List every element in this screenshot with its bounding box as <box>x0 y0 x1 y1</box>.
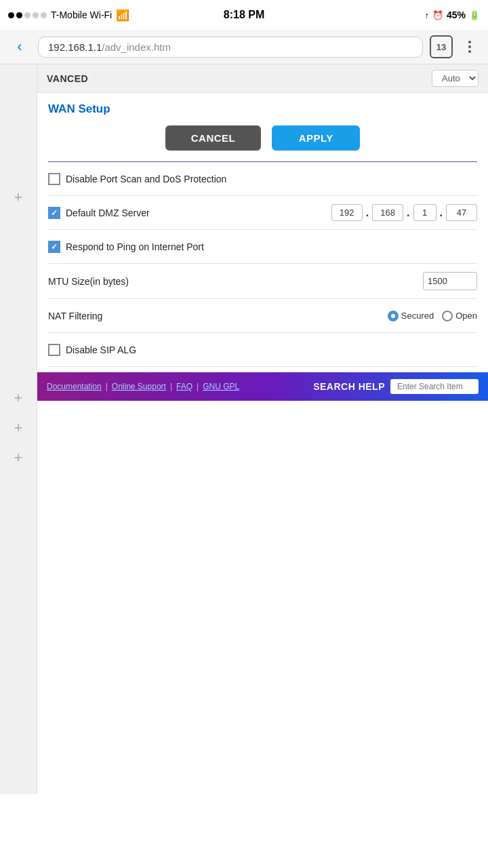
page-wrapper: + + + + VANCED Auto WAN Setup CANCEL APP… <box>0 64 488 794</box>
nat-open-radio[interactable] <box>442 311 453 321</box>
auto-select[interactable]: Auto <box>432 70 479 87</box>
footer-links: Documentation | Online Support | FAQ | G… <box>47 382 239 391</box>
battery-icon: 🔋 <box>469 10 480 20</box>
url-base: 192.168.1.1 <box>48 41 102 53</box>
ip-dot-2: . <box>407 207 409 219</box>
signal-dot-4 <box>33 12 39 18</box>
battery-percent: 45% <box>447 9 466 20</box>
nat-secured-radio[interactable] <box>388 311 399 321</box>
top-bar: VANCED Auto <box>37 64 488 93</box>
empty-area <box>37 401 488 794</box>
gnugpl-link[interactable]: GNU GPL <box>203 382 239 391</box>
back-button[interactable]: ‹ <box>8 35 31 58</box>
wan-setup: WAN Setup CANCEL APPLY Disable Port Scan… <box>37 93 488 367</box>
form-row-ping: Respond to Ping on Internet Port <box>48 230 477 264</box>
faq-link[interactable]: FAQ <box>176 382 192 391</box>
signal-dot-2 <box>16 12 22 18</box>
ping-label[interactable]: Respond to Ping on Internet Port <box>48 241 477 253</box>
signal-dot-1 <box>8 12 14 18</box>
advanced-label: VANCED <box>47 73 88 84</box>
search-help-input[interactable] <box>390 379 479 394</box>
alarm-icon: ⏰ <box>432 10 443 20</box>
dmz-ip2-input[interactable] <box>372 204 403 221</box>
main-content: VANCED Auto WAN Setup CANCEL APPLY Disab… <box>37 64 488 794</box>
status-left: T-Mobile Wi-Fi 📶 <box>8 9 129 22</box>
sidebar-plus-3[interactable]: + <box>7 417 29 439</box>
ping-checkbox[interactable] <box>48 241 60 253</box>
footer-right: SEARCH HELP <box>313 379 479 394</box>
nat-open-item[interactable]: Open <box>442 311 477 321</box>
form-row-disable-port-scan: Disable Port Scan and DoS Protection <box>48 162 477 196</box>
disable-port-scan-label[interactable]: Disable Port Scan and DoS Protection <box>48 173 477 185</box>
status-right: ↑ ⏰ 45% 🔋 <box>424 9 480 20</box>
nat-secured-item[interactable]: Secured <box>388 311 434 321</box>
disable-port-scan-checkbox[interactable] <box>48 173 60 185</box>
url-bar[interactable]: 192.168.1.1/adv_index.htm <box>38 37 423 58</box>
nat-open-label: Open <box>455 311 477 321</box>
nat-radio-group: Secured Open <box>388 311 477 321</box>
dmz-ip1-input[interactable] <box>331 204 363 221</box>
more-button[interactable] <box>460 35 480 58</box>
tab-count-button[interactable]: 13 <box>430 35 453 58</box>
nat-label: NAT Filtering <box>48 311 388 321</box>
browser-chrome: ‹ 192.168.1.1/adv_index.htm 13 <box>0 30 488 64</box>
form-row-dmz: Default DMZ Server . . . <box>48 196 477 230</box>
wifi-icon: 📶 <box>116 9 129 22</box>
ip-dot-1: . <box>366 207 369 219</box>
sidebar-plus-1[interactable]: + <box>7 186 29 208</box>
more-dot-2 <box>468 45 471 48</box>
sip-checkbox[interactable] <box>48 344 60 356</box>
cancel-button[interactable]: CANCEL <box>165 125 262 151</box>
form-row-mtu: MTU Size(in bytes) <box>48 264 477 299</box>
buttons-row: CANCEL APPLY <box>48 125 477 151</box>
page-footer: Documentation | Online Support | FAQ | G… <box>37 372 488 401</box>
mtu-label: MTU Size(in bytes) <box>48 276 423 287</box>
status-time: 8:18 PM <box>224 9 264 21</box>
dmz-checkbox[interactable] <box>48 207 60 219</box>
carrier-name: T-Mobile Wi-Fi <box>51 9 112 20</box>
more-dot-1 <box>468 41 471 43</box>
support-link[interactable]: Online Support <box>112 382 166 391</box>
status-bar: T-Mobile Wi-Fi 📶 8:18 PM ↑ ⏰ 45% 🔋 <box>0 0 488 30</box>
location-icon: ↑ <box>424 10 429 20</box>
wan-title: WAN Setup <box>48 102 477 116</box>
sidebar: + + + + <box>0 64 37 794</box>
signal-dot-3 <box>24 12 30 18</box>
doc-link[interactable]: Documentation <box>47 382 102 391</box>
dmz-label[interactable]: Default DMZ Server <box>48 207 331 219</box>
dmz-ip4-input[interactable] <box>446 204 477 221</box>
signal-dot-5 <box>41 12 47 18</box>
more-dot-3 <box>468 50 471 53</box>
form-row-sip: Disable SIP ALG <box>48 333 477 367</box>
form-row-nat: NAT Filtering Secured Open <box>48 299 477 333</box>
sidebar-plus-2[interactable]: + <box>7 387 29 409</box>
ip-dot-3: . <box>440 207 443 219</box>
nat-secured-label: Secured <box>401 311 434 321</box>
url-path: /adv_index.htm <box>102 41 171 53</box>
sip-label[interactable]: Disable SIP ALG <box>48 344 477 356</box>
mtu-value <box>423 272 477 290</box>
mtu-input[interactable] <box>423 272 477 290</box>
dmz-ip-group: . . . <box>331 204 477 221</box>
sidebar-plus-4[interactable]: + <box>7 447 29 469</box>
signal-strength <box>8 12 47 18</box>
form-section: Disable Port Scan and DoS Protection Def… <box>48 161 477 367</box>
apply-button[interactable]: APPLY <box>272 125 360 151</box>
dmz-ip3-input[interactable] <box>413 204 436 221</box>
search-help-label: SEARCH HELP <box>313 381 385 392</box>
